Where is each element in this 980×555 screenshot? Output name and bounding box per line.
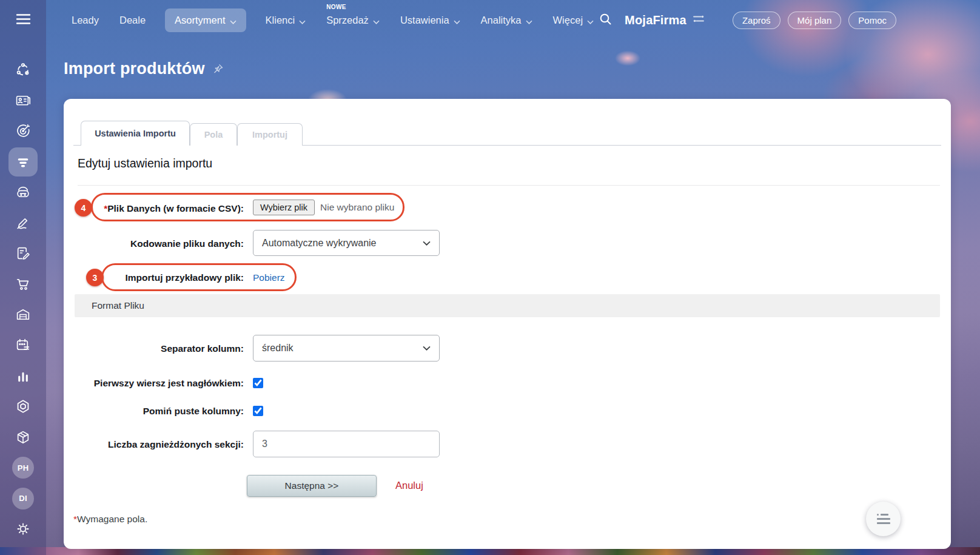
nav-item-klienci[interactable]: Klienci bbox=[264, 12, 307, 29]
chevron-down-icon bbox=[423, 241, 431, 246]
required-fields-note: *Wymagane pola. bbox=[73, 514, 147, 525]
sidebar-avatar-ph[interactable]: PH bbox=[8, 452, 38, 483]
list-icon bbox=[877, 514, 890, 524]
encoding-select[interactable]: Automatyczne wykrywanie bbox=[253, 230, 440, 256]
sidebar-item-calendar[interactable] bbox=[8, 330, 38, 361]
pin-icon[interactable] bbox=[212, 63, 224, 75]
package-icon bbox=[15, 429, 31, 445]
page-header: Import produktów bbox=[64, 59, 224, 78]
annotation-badge-3: 3 bbox=[86, 269, 104, 286]
sidebar-item-catalog[interactable] bbox=[8, 147, 38, 177]
chevron-down-icon bbox=[230, 15, 237, 27]
nav-item-ustawienia[interactable]: Ustawienia bbox=[399, 12, 461, 29]
my-plan-button[interactable]: Mój plan bbox=[788, 12, 842, 29]
company-name[interactable]: MojaFirma bbox=[625, 13, 686, 27]
sidebar-item-settings[interactable] bbox=[8, 514, 38, 545]
separator-field-label: Separator kolumn: bbox=[64, 343, 244, 354]
separator-select[interactable]: średnik bbox=[253, 335, 440, 362]
sidebar: PH DI bbox=[0, 0, 46, 555]
chevron-down-icon bbox=[299, 15, 306, 27]
warehouse-icon bbox=[15, 307, 31, 323]
main-nav: Leady Deale Asortyment Klienci NOWE Sprz… bbox=[70, 8, 595, 32]
nav-item-asortyment[interactable]: Asortyment bbox=[165, 8, 246, 32]
avatar: PH bbox=[12, 457, 34, 479]
calendar-icon bbox=[15, 337, 31, 353]
avatar: DI bbox=[12, 488, 34, 510]
top-navigation-bar: Leady Deale Asortyment Klienci NOWE Sprz… bbox=[0, 0, 980, 40]
topbar-right: MojaFirma Zaproś Mój plan Pomoc bbox=[599, 12, 896, 29]
sidebar-item-network[interactable] bbox=[8, 55, 38, 86]
sidebar-avatar-di[interactable]: DI bbox=[8, 483, 38, 514]
nested-sections-label: Liczba zagnieżdżonych sekcji: bbox=[64, 439, 244, 450]
hexagon-icon bbox=[15, 399, 31, 414]
help-button[interactable]: Pomoc bbox=[848, 12, 896, 29]
nested-sections-input[interactable] bbox=[253, 431, 440, 457]
new-badge: NOWE bbox=[326, 4, 346, 10]
nav-item-analityka[interactable]: Analityka bbox=[480, 12, 534, 29]
choose-file-button[interactable]: Wybierz plik bbox=[253, 200, 315, 215]
chevron-down-icon bbox=[373, 15, 380, 27]
chevron-down-icon bbox=[587, 15, 594, 27]
cancel-link[interactable]: Anuluj bbox=[395, 480, 423, 491]
target-icon bbox=[15, 123, 31, 139]
encoding-field-label: Kodowanie pliku danych: bbox=[64, 238, 244, 249]
tab-importuj[interactable]: Importuj bbox=[237, 123, 303, 146]
skip-empty-label: Pomiń puste kolumny: bbox=[64, 406, 244, 417]
file-input: Wybierz plik Nie wybrano pliku bbox=[253, 200, 394, 215]
sidebar-item-reports[interactable] bbox=[8, 361, 38, 392]
file-status-text: Nie wybrano pliku bbox=[320, 202, 394, 213]
search-button[interactable] bbox=[599, 12, 612, 29]
document-edit-icon bbox=[15, 246, 31, 261]
next-button[interactable]: Następna >> bbox=[247, 475, 377, 497]
floating-list-button[interactable] bbox=[866, 502, 901, 536]
hamburger-icon bbox=[16, 13, 31, 28]
sidebar-item-contacts[interactable] bbox=[8, 86, 38, 116]
chevron-down-icon bbox=[423, 346, 431, 351]
bar-chart-icon bbox=[15, 368, 31, 384]
tab-ustawienia-importu[interactable]: Ustawienia Importu bbox=[81, 121, 190, 146]
funnel-icon bbox=[15, 154, 31, 170]
header-row-label: Pierwszy wiersz jest nagłówkiem: bbox=[64, 378, 244, 389]
sidebar-item-orders[interactable] bbox=[8, 269, 38, 300]
chevron-down-icon bbox=[526, 15, 532, 27]
sidebar-item-products[interactable] bbox=[8, 422, 38, 453]
section-header-format-pliku: Format Pliku bbox=[75, 294, 940, 317]
sidebar-item-targets[interactable] bbox=[8, 116, 38, 147]
import-products-card: Ustawienia Importu Pola Importuj Edytuj … bbox=[64, 99, 951, 549]
card-heading: Edytuj ustawienia importu bbox=[78, 156, 212, 170]
download-sample-link[interactable]: Pobierz bbox=[253, 272, 285, 283]
invite-button[interactable]: Zaproś bbox=[733, 12, 780, 29]
nav-item-wiecej[interactable]: Więcej bbox=[552, 12, 596, 29]
sliders-icon bbox=[693, 13, 705, 27]
tab-pola[interactable]: Pola bbox=[190, 123, 237, 146]
sidebar-item-warehouse[interactable] bbox=[8, 300, 38, 331]
sidebar-item-signature[interactable] bbox=[8, 207, 38, 238]
nav-item-leady[interactable]: Leady bbox=[70, 12, 100, 29]
contact-card-icon bbox=[15, 93, 31, 109]
company-switch-button[interactable] bbox=[693, 13, 705, 27]
annotation-badge-4: 4 bbox=[75, 199, 92, 217]
sidebar-item-documents[interactable] bbox=[8, 238, 38, 269]
page-title: Import produktów bbox=[64, 59, 205, 78]
sidebar-item-hexagon[interactable] bbox=[8, 391, 38, 422]
header-row-checkbox[interactable] bbox=[253, 378, 263, 388]
hamburger-menu-button[interactable] bbox=[0, 13, 46, 28]
chevron-down-icon bbox=[454, 15, 460, 27]
sidebar-item-bot[interactable] bbox=[8, 177, 38, 208]
robot-icon bbox=[15, 184, 31, 200]
search-icon bbox=[599, 12, 612, 29]
cart-icon bbox=[15, 276, 31, 292]
skip-empty-checkbox[interactable] bbox=[253, 406, 263, 416]
network-icon bbox=[15, 62, 31, 78]
gear-icon bbox=[15, 521, 31, 537]
heading-divider bbox=[78, 185, 940, 186]
nav-item-deale[interactable]: Deale bbox=[118, 12, 147, 29]
signature-icon bbox=[15, 215, 31, 230]
nav-item-sprzedaz[interactable]: NOWE Sprzedaż bbox=[325, 12, 381, 29]
